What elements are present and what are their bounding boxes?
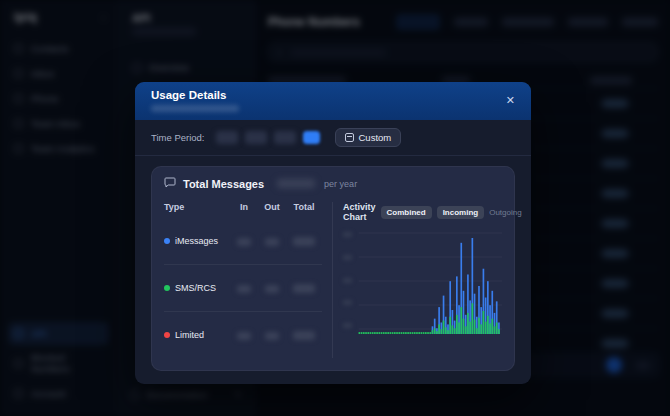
row-label: iMessages [175,236,218,246]
value-redacted [237,238,251,246]
time-period-label: Time Period: [151,132,205,143]
col-in: In [230,202,258,212]
table-row-smsrcs: SMS/RCS [164,265,322,312]
table-header-row: Type In Out Total [164,202,322,212]
total-value-redacted [277,179,315,188]
close-icon[interactable]: ✕ [504,93,517,108]
app-window: ipiq ‹ Contacts Inbox Phone Tea [0,0,670,416]
card-header: Total Messages per year [164,177,502,190]
usage-details-modal: Usage Details ✕ Time Period: Custom Tota… [135,82,531,384]
modal-title: Usage Details [151,89,239,101]
value-redacted [237,285,251,293]
table-row-imessages: iMessages [164,218,322,265]
value-redacted [293,331,315,340]
time-period-option-selected[interactable] [303,131,320,144]
time-period-option-redacted[interactable] [274,131,296,144]
value-redacted [237,332,251,340]
time-period-option-redacted[interactable] [216,131,238,144]
unit-suffix: per year [324,179,357,189]
custom-period-button[interactable]: Custom [335,128,402,147]
row-label: SMS/RCS [175,283,216,293]
chart-label: Activity Chart [343,202,376,222]
calendar-icon [345,133,354,142]
value-redacted [265,238,279,246]
limited-dot-icon [164,332,170,338]
imessages-dot-icon [164,238,170,244]
legend-combined[interactable]: Combined [381,206,432,219]
modal-title-group: Usage Details [151,89,239,112]
y-axis-labels-redacted [343,230,356,336]
time-period-option-redacted[interactable] [245,131,267,144]
value-redacted [265,332,279,340]
legend-outgoing[interactable]: Outgoing [489,208,521,217]
activity-chart-pane: Activity Chart Combined Incoming Outgoin… [343,202,502,358]
value-redacted [293,284,315,293]
time-period-row: Time Period: Custom [135,120,531,156]
value-redacted [293,237,315,246]
custom-button-label: Custom [359,132,392,143]
activity-chart-canvas [356,230,502,336]
smsrcs-dot-icon [164,285,170,291]
chart-area [343,230,502,336]
row-label: Limited [175,330,204,340]
col-type: Type [164,202,230,212]
col-total: Total [286,202,322,212]
modal-header: Usage Details ✕ [135,82,531,120]
total-messages-card: Total Messages per year Type In Out Tota… [151,166,515,371]
chat-bubble-icon [164,177,176,190]
table-row-limited: Limited [164,312,322,358]
legend-incoming[interactable]: Incoming [437,206,485,219]
vertical-divider [332,202,333,358]
message-type-table: Type In Out Total iMessages [164,202,322,358]
card-body: Type In Out Total iMessages [164,202,502,358]
card-title: Total Messages [183,178,264,190]
value-redacted [265,285,279,293]
chart-header: Activity Chart Combined Incoming Outgoin… [343,202,502,222]
modal-subtitle-redacted [151,105,239,112]
col-out: Out [258,202,286,212]
